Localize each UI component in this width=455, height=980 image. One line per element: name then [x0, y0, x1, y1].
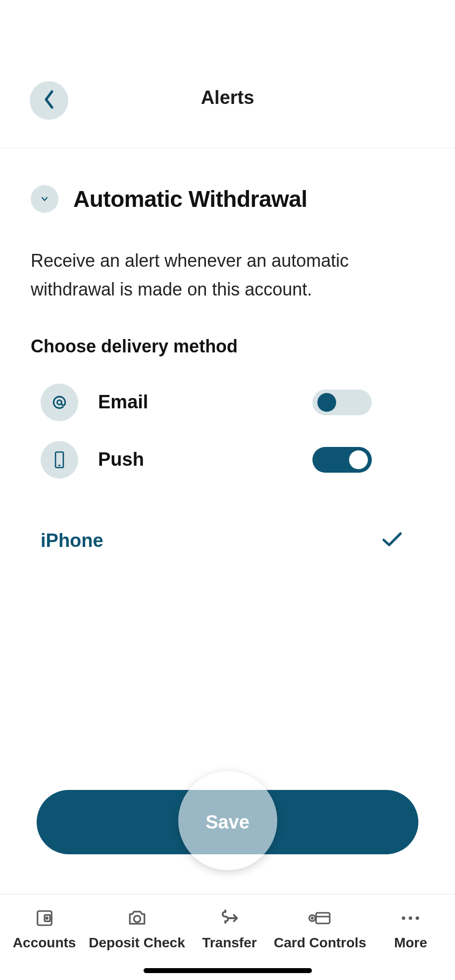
- chevron-down-icon: [41, 195, 48, 203]
- header: Alerts: [0, 0, 455, 148]
- at-sign-icon: [41, 384, 78, 421]
- tab-card-controls[interactable]: Card Controls: [274, 908, 366, 951]
- checkmark-icon: [382, 531, 403, 550]
- svg-point-16: [409, 917, 412, 920]
- section-title: Automatic Withdrawal: [73, 186, 307, 212]
- svg-point-15: [402, 917, 405, 920]
- home-indicator: [144, 968, 312, 973]
- save-button-label: Save: [205, 812, 250, 833]
- push-toggle[interactable]: [312, 447, 372, 473]
- svg-point-6: [134, 916, 140, 922]
- section-header[interactable]: Automatic Withdrawal: [31, 185, 424, 213]
- delivery-method-email: Email: [41, 384, 372, 421]
- collapse-button[interactable]: [31, 185, 58, 213]
- email-toggle[interactable]: [312, 390, 372, 415]
- method-label: Push: [98, 449, 312, 470]
- tab-label: Card Controls: [274, 935, 366, 951]
- tab-transfer[interactable]: Transfer: [185, 908, 274, 951]
- svg-point-5: [46, 917, 48, 919]
- accounts-icon: [35, 908, 54, 928]
- method-label: Email: [98, 392, 312, 413]
- page-title: Alerts: [0, 87, 455, 108]
- section-description: Receive an alert whenever an automatic w…: [31, 246, 424, 304]
- tab-label: Deposit Check: [89, 935, 185, 951]
- transfer-icon: [218, 908, 240, 928]
- tab-label: More: [394, 935, 427, 951]
- svg-rect-10: [316, 913, 330, 923]
- delivery-heading: Choose delivery method: [31, 336, 424, 357]
- tab-more[interactable]: More: [366, 908, 455, 951]
- tab-label: Transfer: [202, 935, 257, 951]
- delivery-method-push: Push: [41, 441, 372, 479]
- camera-icon: [127, 908, 147, 928]
- tab-accounts[interactable]: Accounts: [0, 908, 89, 951]
- tab-deposit-check[interactable]: Deposit Check: [89, 908, 185, 951]
- content: Automatic Withdrawal Receive an alert wh…: [0, 148, 455, 551]
- more-icon: [401, 908, 420, 928]
- tab-label: Accounts: [13, 935, 76, 951]
- tab-bar: Accounts Deposit Check Transfer Card Con…: [0, 894, 455, 980]
- smartphone-icon: [41, 441, 78, 479]
- card-controls-icon: [308, 908, 331, 928]
- svg-point-17: [416, 917, 419, 920]
- delivery-method-list: Email Push: [31, 384, 424, 479]
- device-label: iPhone: [41, 530, 103, 551]
- save-button[interactable]: Save: [37, 790, 418, 854]
- push-device-row[interactable]: iPhone: [31, 530, 424, 551]
